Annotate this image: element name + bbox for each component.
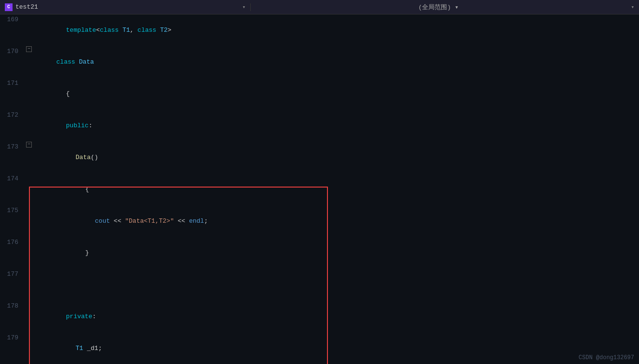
collapse-btn-173[interactable]: − [26, 142, 32, 148]
code-line-173: 173 − Data() [0, 142, 639, 174]
file-type-icon: C [5, 3, 13, 11]
code-line-170: 170 − class Data [0, 46, 639, 78]
file-name[interactable]: test21 [15, 3, 38, 11]
code-editor: 169 template<class T1, class T2> 170 − c… [0, 14, 639, 364]
right-dropdown[interactable]: ▾ [626, 4, 639, 10]
code-line-177: 177 [0, 269, 639, 301]
title-bar: C test21 ▾ (全局范围) ▾ ▾ [0, 0, 639, 14]
code-line-172: 172 public: [0, 110, 639, 142]
code-line-174: 174 { [0, 174, 639, 205]
scope-dropdown-arrow[interactable]: ▾ [455, 4, 459, 11]
file-dropdown-arrow[interactable]: ▾ [242, 4, 245, 10]
code-line-169: 169 template<class T1, class T2> [0, 14, 639, 46]
code-line-171: 171 { [0, 78, 639, 110]
code-line-178: 178 private: [0, 301, 639, 333]
scope-text: (全局范围) [419, 4, 451, 11]
code-line-179: 179 T1 _d1; [0, 333, 639, 364]
collapse-btn-170[interactable]: − [26, 46, 32, 52]
watermark: CSDN @dong132697 [579, 354, 634, 361]
code-line-176: 176 } [0, 237, 639, 269]
scope-label: (全局范围) ▾ [251, 3, 626, 12]
title-left-section: C test21 ▾ [0, 3, 251, 11]
code-line-175: 175 cout << "Data<T1,T2>" << endl; [0, 205, 639, 237]
